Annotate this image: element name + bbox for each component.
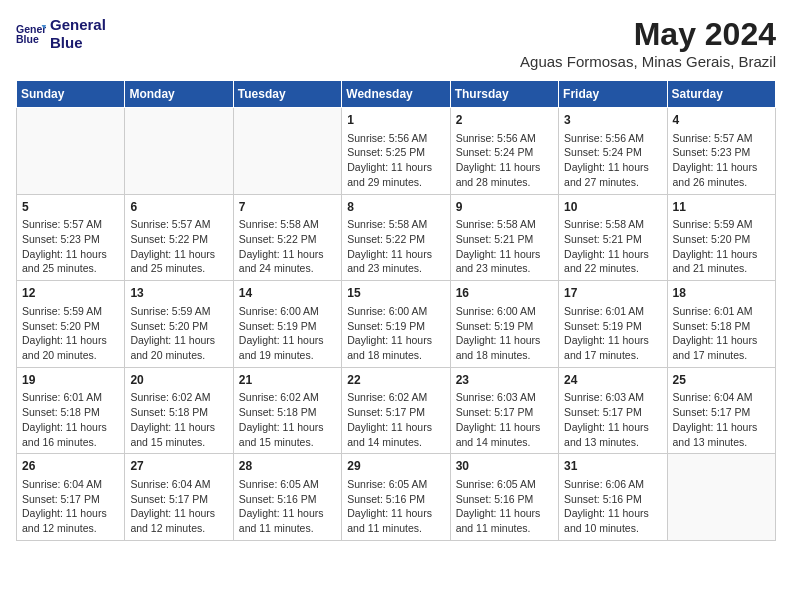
calendar-day-cell: 26Sunrise: 6:04 AMSunset: 5:17 PMDayligh… xyxy=(17,454,125,541)
day-number: 16 xyxy=(456,285,553,302)
calendar-day-cell: 21Sunrise: 6:02 AMSunset: 5:18 PMDayligh… xyxy=(233,367,341,454)
calendar-day-cell: 29Sunrise: 6:05 AMSunset: 5:16 PMDayligh… xyxy=(342,454,450,541)
day-number: 20 xyxy=(130,372,227,389)
weekday-header-thursday: Thursday xyxy=(450,81,558,108)
day-info: Sunrise: 5:56 AMSunset: 5:25 PMDaylight:… xyxy=(347,131,444,190)
day-info: Sunrise: 6:02 AMSunset: 5:18 PMDaylight:… xyxy=(130,390,227,449)
day-number: 29 xyxy=(347,458,444,475)
day-info: Sunrise: 6:04 AMSunset: 5:17 PMDaylight:… xyxy=(673,390,770,449)
day-info: Sunrise: 6:01 AMSunset: 5:19 PMDaylight:… xyxy=(564,304,661,363)
calendar-day-cell: 16Sunrise: 6:00 AMSunset: 5:19 PMDayligh… xyxy=(450,281,558,368)
calendar-table: SundayMondayTuesdayWednesdayThursdayFrid… xyxy=(16,80,776,541)
day-number: 8 xyxy=(347,199,444,216)
calendar-day-cell: 24Sunrise: 6:03 AMSunset: 5:17 PMDayligh… xyxy=(559,367,667,454)
calendar-week-row: 26Sunrise: 6:04 AMSunset: 5:17 PMDayligh… xyxy=(17,454,776,541)
calendar-day-cell: 13Sunrise: 5:59 AMSunset: 5:20 PMDayligh… xyxy=(125,281,233,368)
day-info: Sunrise: 5:58 AMSunset: 5:22 PMDaylight:… xyxy=(347,217,444,276)
day-info: Sunrise: 6:00 AMSunset: 5:19 PMDaylight:… xyxy=(239,304,336,363)
title-block: May 2024 Aguas Formosas, Minas Gerais, B… xyxy=(520,16,776,70)
calendar-day-cell xyxy=(17,108,125,195)
calendar-day-cell: 18Sunrise: 6:01 AMSunset: 5:18 PMDayligh… xyxy=(667,281,775,368)
day-info: Sunrise: 6:04 AMSunset: 5:17 PMDaylight:… xyxy=(22,477,119,536)
calendar-day-cell: 22Sunrise: 6:02 AMSunset: 5:17 PMDayligh… xyxy=(342,367,450,454)
logo: General Blue General Blue xyxy=(16,16,106,52)
day-info: Sunrise: 5:57 AMSunset: 5:23 PMDaylight:… xyxy=(22,217,119,276)
calendar-day-cell: 27Sunrise: 6:04 AMSunset: 5:17 PMDayligh… xyxy=(125,454,233,541)
calendar-day-cell xyxy=(125,108,233,195)
day-info: Sunrise: 6:02 AMSunset: 5:18 PMDaylight:… xyxy=(239,390,336,449)
calendar-day-cell: 20Sunrise: 6:02 AMSunset: 5:18 PMDayligh… xyxy=(125,367,233,454)
day-number: 13 xyxy=(130,285,227,302)
day-number: 15 xyxy=(347,285,444,302)
day-number: 24 xyxy=(564,372,661,389)
day-number: 12 xyxy=(22,285,119,302)
calendar-week-row: 1Sunrise: 5:56 AMSunset: 5:25 PMDaylight… xyxy=(17,108,776,195)
calendar-day-cell: 15Sunrise: 6:00 AMSunset: 5:19 PMDayligh… xyxy=(342,281,450,368)
day-info: Sunrise: 6:06 AMSunset: 5:16 PMDaylight:… xyxy=(564,477,661,536)
calendar-day-cell: 1Sunrise: 5:56 AMSunset: 5:25 PMDaylight… xyxy=(342,108,450,195)
calendar-day-cell: 10Sunrise: 5:58 AMSunset: 5:21 PMDayligh… xyxy=(559,194,667,281)
day-number: 22 xyxy=(347,372,444,389)
page-header: General Blue General Blue May 2024 Aguas… xyxy=(16,16,776,70)
calendar-day-cell: 12Sunrise: 5:59 AMSunset: 5:20 PMDayligh… xyxy=(17,281,125,368)
day-number: 10 xyxy=(564,199,661,216)
day-info: Sunrise: 6:04 AMSunset: 5:17 PMDaylight:… xyxy=(130,477,227,536)
day-number: 9 xyxy=(456,199,553,216)
calendar-day-cell: 23Sunrise: 6:03 AMSunset: 5:17 PMDayligh… xyxy=(450,367,558,454)
day-number: 31 xyxy=(564,458,661,475)
day-number: 28 xyxy=(239,458,336,475)
day-info: Sunrise: 6:03 AMSunset: 5:17 PMDaylight:… xyxy=(564,390,661,449)
day-number: 3 xyxy=(564,112,661,129)
calendar-day-cell: 19Sunrise: 6:01 AMSunset: 5:18 PMDayligh… xyxy=(17,367,125,454)
calendar-day-cell: 11Sunrise: 5:59 AMSunset: 5:20 PMDayligh… xyxy=(667,194,775,281)
day-number: 25 xyxy=(673,372,770,389)
day-number: 30 xyxy=(456,458,553,475)
day-number: 17 xyxy=(564,285,661,302)
day-info: Sunrise: 5:56 AMSunset: 5:24 PMDaylight:… xyxy=(564,131,661,190)
calendar-week-row: 12Sunrise: 5:59 AMSunset: 5:20 PMDayligh… xyxy=(17,281,776,368)
calendar-day-cell: 3Sunrise: 5:56 AMSunset: 5:24 PMDaylight… xyxy=(559,108,667,195)
day-number: 6 xyxy=(130,199,227,216)
day-number: 2 xyxy=(456,112,553,129)
day-number: 19 xyxy=(22,372,119,389)
day-number: 27 xyxy=(130,458,227,475)
month-year-title: May 2024 xyxy=(520,16,776,53)
day-number: 18 xyxy=(673,285,770,302)
day-info: Sunrise: 6:01 AMSunset: 5:18 PMDaylight:… xyxy=(673,304,770,363)
day-info: Sunrise: 5:56 AMSunset: 5:24 PMDaylight:… xyxy=(456,131,553,190)
day-number: 5 xyxy=(22,199,119,216)
day-number: 1 xyxy=(347,112,444,129)
calendar-week-row: 19Sunrise: 6:01 AMSunset: 5:18 PMDayligh… xyxy=(17,367,776,454)
day-info: Sunrise: 6:05 AMSunset: 5:16 PMDaylight:… xyxy=(456,477,553,536)
calendar-week-row: 5Sunrise: 5:57 AMSunset: 5:23 PMDaylight… xyxy=(17,194,776,281)
calendar-day-cell: 6Sunrise: 5:57 AMSunset: 5:22 PMDaylight… xyxy=(125,194,233,281)
day-info: Sunrise: 6:05 AMSunset: 5:16 PMDaylight:… xyxy=(347,477,444,536)
day-info: Sunrise: 6:01 AMSunset: 5:18 PMDaylight:… xyxy=(22,390,119,449)
calendar-day-cell: 25Sunrise: 6:04 AMSunset: 5:17 PMDayligh… xyxy=(667,367,775,454)
calendar-day-cell: 4Sunrise: 5:57 AMSunset: 5:23 PMDaylight… xyxy=(667,108,775,195)
calendar-day-cell: 30Sunrise: 6:05 AMSunset: 5:16 PMDayligh… xyxy=(450,454,558,541)
day-number: 7 xyxy=(239,199,336,216)
weekday-header-wednesday: Wednesday xyxy=(342,81,450,108)
day-number: 11 xyxy=(673,199,770,216)
logo-icon: General Blue xyxy=(16,19,46,49)
weekday-header-monday: Monday xyxy=(125,81,233,108)
calendar-day-cell: 9Sunrise: 5:58 AMSunset: 5:21 PMDaylight… xyxy=(450,194,558,281)
calendar-day-cell: 2Sunrise: 5:56 AMSunset: 5:24 PMDaylight… xyxy=(450,108,558,195)
day-info: Sunrise: 5:59 AMSunset: 5:20 PMDaylight:… xyxy=(130,304,227,363)
weekday-header-tuesday: Tuesday xyxy=(233,81,341,108)
svg-text:Blue: Blue xyxy=(16,33,39,45)
location-subtitle: Aguas Formosas, Minas Gerais, Brazil xyxy=(520,53,776,70)
weekday-header-saturday: Saturday xyxy=(667,81,775,108)
weekday-header-row: SundayMondayTuesdayWednesdayThursdayFrid… xyxy=(17,81,776,108)
day-info: Sunrise: 5:58 AMSunset: 5:22 PMDaylight:… xyxy=(239,217,336,276)
weekday-header-friday: Friday xyxy=(559,81,667,108)
day-info: Sunrise: 5:57 AMSunset: 5:22 PMDaylight:… xyxy=(130,217,227,276)
day-info: Sunrise: 6:02 AMSunset: 5:17 PMDaylight:… xyxy=(347,390,444,449)
calendar-day-cell xyxy=(233,108,341,195)
day-info: Sunrise: 6:05 AMSunset: 5:16 PMDaylight:… xyxy=(239,477,336,536)
day-info: Sunrise: 5:58 AMSunset: 5:21 PMDaylight:… xyxy=(564,217,661,276)
calendar-day-cell: 17Sunrise: 6:01 AMSunset: 5:19 PMDayligh… xyxy=(559,281,667,368)
day-number: 4 xyxy=(673,112,770,129)
day-info: Sunrise: 6:00 AMSunset: 5:19 PMDaylight:… xyxy=(347,304,444,363)
